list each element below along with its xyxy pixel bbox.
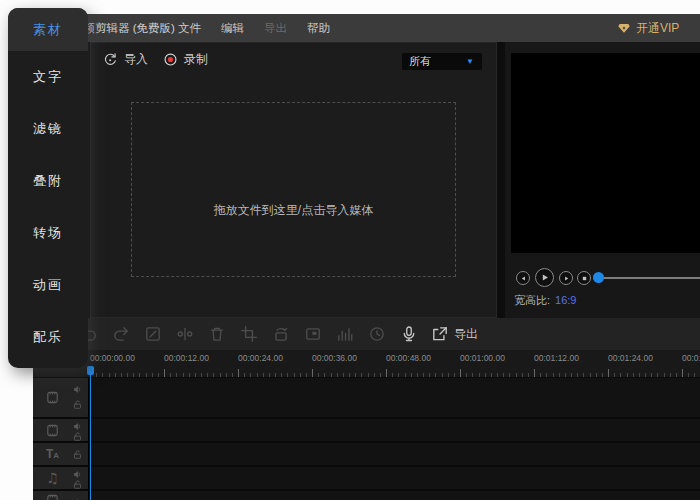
ruler-major-tick <box>164 369 165 377</box>
import-icon <box>103 52 118 67</box>
ruler-major-tick <box>386 369 387 377</box>
microphone-button[interactable] <box>399 325 418 344</box>
export-label: 导出 <box>454 326 478 343</box>
sidebar-flyout: 素材文字滤镜叠附转场动画配乐 <box>8 8 88 368</box>
ruler-label: 00:01:12.00 <box>534 353 579 363</box>
duration-icon <box>368 325 386 343</box>
aspect-ratio-label: 宽高比: <box>514 294 550 306</box>
split-icon <box>176 325 194 343</box>
film-icon <box>45 390 60 405</box>
media-library-panel: 导入 录制 所有 ▼ 拖放文件到这里/点击导入媒体 <box>90 42 497 318</box>
film-icon <box>45 493 60 500</box>
microphone-icon <box>400 325 418 343</box>
duration-button <box>367 325 386 344</box>
export-button[interactable]: 导出 <box>431 325 478 343</box>
track-lane-video-track-1[interactable] <box>88 378 700 417</box>
vip-label: 开通VIP <box>636 20 679 37</box>
waveform-button <box>335 325 354 344</box>
track-lane-overlay-track[interactable] <box>88 491 700 500</box>
seek-bar[interactable] <box>598 277 700 279</box>
ruler-label: 00:00:24.00 <box>238 353 283 363</box>
split-button <box>175 325 194 344</box>
sidebar-item-text[interactable]: 文字 <box>8 51 88 103</box>
film-icon <box>45 423 60 438</box>
vip-button[interactable]: 开通VIP <box>617 20 679 37</box>
sidebar-item-music[interactable]: 配乐 <box>8 311 88 363</box>
redo-icon <box>112 325 130 343</box>
stop-button[interactable] <box>577 271 591 285</box>
menu-edit[interactable]: 编辑 <box>221 21 244 36</box>
track-video-track-2 <box>33 419 700 441</box>
sidebar-item-media[interactable]: 素材 <box>8 8 88 51</box>
ruler-label: 00:00:12.00 <box>164 353 209 363</box>
ruler-label: 00:01:36.00 <box>682 353 700 363</box>
desktop-background: 视频剪辑器 (免费版) 文件编辑导出帮助 开通VIP 导入 录制 所有 ▼ <box>0 0 700 500</box>
track-list: TA♫ <box>33 378 700 500</box>
ruler-major-tick <box>534 369 535 377</box>
export-icon <box>431 325 449 343</box>
ruler-label: 00:00:36.00 <box>312 353 357 363</box>
menu-export: 导出 <box>264 21 287 36</box>
playhead[interactable] <box>90 366 91 500</box>
menu-items: 文件编辑导出帮助 <box>178 21 330 36</box>
lock-icon[interactable] <box>72 449 83 460</box>
track-lane-text-track[interactable] <box>88 443 700 465</box>
ruler-major-tick <box>460 369 461 377</box>
aspect-ratio-value[interactable]: 16:9 <box>555 294 576 306</box>
app-window: 视频剪辑器 (免费版) 文件编辑导出帮助 开通VIP 导入 录制 所有 ▼ <box>33 14 700 500</box>
timeline: 00:00:00.0000:00:12.0000:00:24.0000:00:3… <box>33 350 700 500</box>
next-frame-icon <box>562 274 571 283</box>
ruler-label: 00:00:00.00 <box>90 353 135 363</box>
sidebar-item-animation[interactable]: 动画 <box>8 259 88 311</box>
menu-help[interactable]: 帮助 <box>307 21 330 36</box>
crop-button <box>239 325 258 344</box>
previous-frame-button[interactable] <box>516 271 530 285</box>
vip-icon <box>617 21 631 35</box>
media-filter-value: 所有 <box>409 54 431 69</box>
speaker-icon[interactable] <box>72 384 83 395</box>
ruler-label: 00:01:24.00 <box>608 353 653 363</box>
track-header-video-track-1[interactable] <box>33 378 88 417</box>
prev-frame-icon <box>519 274 528 283</box>
stop-icon <box>580 274 589 283</box>
import-button[interactable]: 导入 <box>103 51 148 68</box>
track-header-text-track[interactable]: TA <box>33 443 88 465</box>
play-button[interactable] <box>535 268 554 287</box>
track-header-music-track[interactable]: ♫ <box>33 467 88 489</box>
lock-icon[interactable] <box>72 431 83 441</box>
next-frame-button[interactable] <box>559 271 573 285</box>
ruler-label: 00:00:48.00 <box>386 353 431 363</box>
aspect-ratio: 宽高比:16:9 <box>514 293 576 308</box>
record-button[interactable]: 录制 <box>163 51 208 68</box>
video-preview <box>511 53 700 253</box>
media-dropzone[interactable]: 拖放文件到这里/点击导入媒体 <box>131 102 456 277</box>
dropzone-text: 拖放文件到这里/点击导入媒体 <box>214 202 373 219</box>
track-overlay-track <box>33 491 700 500</box>
lock-icon[interactable] <box>72 399 83 410</box>
playhead-handle[interactable] <box>87 366 94 375</box>
playback-controls <box>505 268 700 288</box>
rotate-icon <box>272 325 290 343</box>
seek-handle[interactable] <box>593 272 604 283</box>
sidebar-item-transitions[interactable]: 转场 <box>8 207 88 259</box>
track-video-track-1 <box>33 378 700 417</box>
crop-icon <box>240 325 258 343</box>
menu-bar: 视频剪辑器 (免费版) 文件编辑导出帮助 开通VIP <box>33 14 700 42</box>
ruler-major-tick <box>682 369 683 377</box>
edit-clip-icon <box>144 325 162 343</box>
track-lane-music-track[interactable] <box>88 467 700 489</box>
track-header-video-track-2[interactable] <box>33 419 88 441</box>
track-header-overlay-track[interactable] <box>33 491 88 500</box>
media-filter-select[interactable]: 所有 ▼ <box>402 53 482 70</box>
menu-file[interactable]: 文件 <box>178 21 201 36</box>
edit-clip-button <box>143 325 162 344</box>
text-icon: TA <box>45 447 60 462</box>
track-music-track: ♫ <box>33 467 700 489</box>
record-icon <box>163 52 178 67</box>
timeline-ruler[interactable]: 00:00:00.0000:00:12.0000:00:24.0000:00:3… <box>88 350 700 377</box>
sidebar-item-overlays[interactable]: 叠附 <box>8 155 88 207</box>
lock-icon[interactable] <box>72 479 83 489</box>
sidebar-item-filters[interactable]: 滤镜 <box>8 103 88 155</box>
ruler-major-tick <box>312 369 313 377</box>
track-lane-video-track-2[interactable] <box>88 419 700 441</box>
